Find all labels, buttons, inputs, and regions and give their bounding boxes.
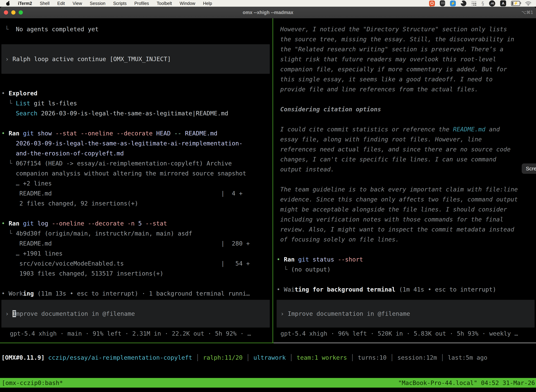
menu-item-shell[interactable]: Shell [40,1,50,6]
terminal-line: 1903 files changed, 513517 insertions(+) [0,269,271,279]
terminal-line: └ List git ls-files [0,98,271,108]
terminal-line: evidence. Since this change only affects… [275,194,536,205]
terminal-line: 2026-03-09-is-legal-the-same-as-legitima… [0,138,271,148]
terminal-line: slight risk that future readers may over… [275,54,536,64]
terminal-line: including verification notes with those … [275,215,536,224]
terminal-area: └ No agents completed yet › Ralph loop a… [0,18,536,378]
prompt-chevron: › [1,310,13,317]
input-placeholder: mprove documentation in @filename [16,310,135,317]
left-pane-scrollback: • Explored └ List git ls-files Search 20… [0,78,271,299]
wifi-icon[interactable] [525,1,531,6]
terminal-line [0,78,271,88]
terminal-line: Considering citation options [275,104,536,114]
dots-grid-icon[interactable] [471,1,477,6]
terminal-line: The team guideline is to back every impo… [275,184,536,194]
menu-item-edit[interactable]: Edit [57,1,65,6]
tmux-pane-right[interactable]: However, I noticed the "Directory Struct… [275,18,536,342]
terminal-line: [OMX#0.11.9] cczip/essay/ai-reimplementa… [0,353,536,363]
agent-input-box-left-top[interactable]: › Ralph loop active continue [OMX_TMUX_I… [1,44,270,74]
input-text: Ralph loop active continue [OMX_TMUX_INJ… [13,56,171,62]
terminal-line [0,118,271,128]
terminal-line: • Ran git log --oneline --decorate -n 5 … [0,219,271,229]
menu-status-icons: ⚡ § ..61 A ⚡ [429,0,536,6]
badge-61-icon[interactable]: ..61 [489,0,495,6]
terminal-line: README.md | 280 + [0,238,271,248]
agent-input-box-left[interactable]: › Improve documentation in @filename [1,300,270,327]
window-shortcut-hint: ⌥⌘1 [522,10,533,15]
prompt-chevron: › [1,56,13,62]
terminal-line [0,209,271,219]
pie-chart-icon[interactable] [461,0,466,6]
tmux-session-window: [omx-cczip0:bash* [0,379,63,386]
menu-item-view[interactable]: View [73,1,82,6]
terminal-line: However, I noticed the "Directory Struct… [275,24,536,34]
terminal-line: … +1901 lines [0,248,271,258]
left-pane-scrollback-top: └ No agents completed yet [0,24,271,44]
terminal-line: references need actual files, and since … [275,144,536,154]
menu-item-toolbelt[interactable]: Toolbelt [157,1,172,6]
terminal-line: companion analysis without altering the … [0,168,271,178]
terminal-line: I could cite commit statistics or refere… [275,124,536,134]
terminal-line: provide file and line references from th… [275,84,536,94]
terminal-line: • Waiting for background terminal (1m 41… [275,285,536,294]
chat-app-icon[interactable] [429,0,435,6]
terminal-line: • Working (11m 13s • esc to interrupt) ·… [0,289,271,299]
terminal-line: and-the-erosion-of-copyleft.md [0,148,271,159]
terminal-line: • Ran git show --stat --oneline --decora… [0,128,271,138]
tmux-status-bar: [omx-cczip0:bash* "MacBook-Pro-44.local"… [0,378,536,387]
terminal-line: this single essay, it seems like a good … [275,74,536,84]
terminal-line: … +2 lines [0,178,271,188]
keyboard-layout-icon[interactable]: A [500,0,506,6]
terminal-line [275,244,536,254]
omx-status-pane: [OMX#0.11.9] cczip/essay/ai-reimplementa… [0,344,536,378]
terminal-line [0,279,271,289]
menu-item-window[interactable]: Window [180,1,195,6]
tmux-host-clock: "MacBook-Pro-44.local" 04:52 31-Mar-26 [398,379,536,386]
bolt-badge-icon[interactable]: ⚡ [450,0,456,6]
terminal-line: companion file, especially if more comme… [275,64,536,74]
terminal-line: the source tree, missing the essay. Stil… [275,34,536,44]
grid-shield-icon[interactable] [440,0,445,6]
terminal-line: the "Related research writing" section i… [275,44,536,54]
agent-status-line-left: gpt-5.4 xhigh · main · 91% left · 2.31M … [0,329,271,339]
menu-item-session[interactable]: Session [90,1,105,6]
menu-item-help[interactable]: Help [203,1,212,6]
terminal-line: changes, I can't cite specific file line… [275,154,536,164]
terminal-line: └ 4b9d30f (origin/main, instructkr/main,… [0,229,271,238]
apple-menu-icon[interactable] [6,1,10,6]
hook-icon[interactable]: § [482,0,484,6]
screen-share-overlay-button[interactable]: Scre [522,163,536,174]
tmux-pane-left[interactable]: └ No agents completed yet › Ralph loop a… [0,18,271,342]
terminal-line: • Explored [0,88,271,98]
terminal-line [275,94,536,104]
battery-icon[interactable]: ⚡ [511,1,520,6]
terminal-line [275,275,536,285]
right-pane-scrollback: However, I noticed the "Directory Struct… [275,24,536,294]
input-placeholder: Improve documentation in @filename [288,310,410,317]
window-title: omx --xhigh --madmax [0,10,536,15]
terminal-line: └ (no output) [275,265,536,275]
text-cursor: I [13,310,16,317]
menu-item-scripts[interactable]: Scripts [113,1,127,6]
terminal-line: review. Also, I might want to inspect th… [275,224,536,234]
menu-item-iterm2[interactable]: iTerm2 [18,1,32,6]
tmux-pane-divider[interactable] [273,18,273,343]
agent-input-box-right[interactable]: › Improve documentation in @filename [277,300,535,327]
terminal-line: • Ran git status --short [275,254,536,265]
terminal-line [275,114,536,124]
terminal-line: might be acceptable alongside the file l… [275,205,536,215]
terminal-line: output instead. [275,164,536,174]
terminal-line: └ 067f154 (HEAD -> essay/ai-reimplementa… [0,159,271,168]
terminal-line: 2 files changed, 92 insertions(+) [0,198,271,209]
terminal-line: └ No agents completed yet [0,24,271,34]
prompt-chevron: › [277,310,288,317]
battery-bolt-icon: ⚡ [514,1,518,5]
terminal-line [0,34,271,44]
terminal-line: Search 2026-03-09-is-legal-the-same-as-l… [0,108,271,118]
window-title-bar[interactable]: omx --xhigh --madmax ⌥⌘1 [0,7,536,19]
agent-status-line-right: gpt-5.4 xhigh · 96% left · 520K in · 5.8… [275,329,536,339]
menu-item-profiles[interactable]: Profiles [134,1,149,6]
terminal-line: essay file, along with finding root file… [275,134,536,144]
terminal-line: of focusing solely on file lines. [275,234,536,244]
terminal-line [275,174,536,184]
